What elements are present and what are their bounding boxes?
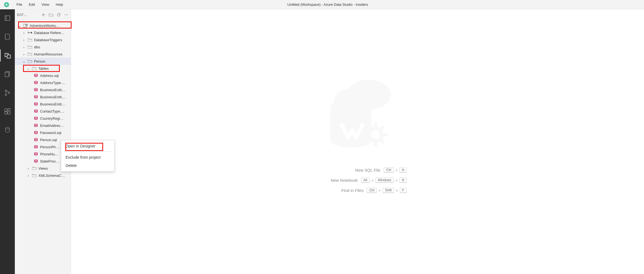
key: N — [399, 167, 407, 173]
svg-point-39 — [371, 130, 380, 139]
menu-row: File Edit View Help — [13, 1, 66, 8]
tree-label: CountryRegi… — [40, 116, 63, 121]
menu-help[interactable]: Help — [52, 1, 66, 8]
explorer-tab-icon[interactable] — [0, 68, 15, 80]
svg-rect-13 — [8, 112, 10, 114]
shortcut-label: Find in Files — [314, 188, 363, 193]
svg-rect-5 — [7, 55, 10, 58]
menu-edit[interactable]: Edit — [26, 1, 38, 8]
panel-header: DAT… — [15, 9, 71, 20]
tree-label: BusinessEntit… — [40, 102, 65, 106]
shortcut-row: Find in FilesCtrl+Shift+F — [308, 188, 407, 193]
database-projects-tab-icon[interactable] — [0, 49, 15, 61]
svg-rect-21 — [28, 32, 29, 33]
tree-label: DatabaseTriggers — [34, 38, 62, 42]
tree-label: AddressType.… — [40, 81, 66, 85]
tree-sqlfile[interactable]: BusinessEntit… — [15, 100, 71, 108]
refresh-icon[interactable] — [57, 13, 61, 17]
sql-db-icon — [33, 95, 38, 99]
notebooks-tab-icon[interactable] — [0, 31, 15, 43]
tree-label: Password.sql — [40, 131, 61, 135]
sql-db-icon — [33, 160, 38, 163]
sql-db-icon — [33, 81, 38, 84]
database-icon[interactable] — [0, 124, 15, 136]
shortcut-row: New SQL FileCtrl+N — [308, 167, 407, 173]
tree-item-tables[interactable]: ⌄ Tables — [15, 65, 71, 72]
svg-point-28 — [35, 110, 38, 111]
tree-label: Views — [38, 166, 48, 170]
key: Ctrl — [367, 188, 377, 193]
tree-item[interactable]: › dbo — [15, 43, 71, 51]
key: Windows — [375, 178, 394, 183]
ctx-delete[interactable]: Delete — [61, 161, 114, 170]
tree-sqlfile[interactable]: BusinessEntit… — [15, 86, 71, 93]
panel-title: DAT… — [17, 13, 39, 17]
svg-point-8 — [5, 90, 7, 91]
titlebar: File Edit View Help Untitled (Workspace)… — [0, 0, 644, 9]
chevron-right-icon: › — [22, 38, 26, 42]
window-title: Untitled (Workspace) - Azure Data Studio… — [66, 2, 644, 7]
tree-sqlfile[interactable]: EmailAddres… — [15, 122, 71, 129]
key: Ctrl — [384, 167, 394, 173]
tree-item-person[interactable]: ⌄ Person — [15, 58, 71, 65]
svg-rect-12 — [5, 112, 7, 114]
sql-db-icon — [33, 131, 38, 134]
app-icon — [0, 2, 13, 8]
source-control-tab-icon[interactable] — [0, 87, 15, 99]
svg-point-23 — [35, 74, 38, 75]
key: Shift — [383, 188, 394, 193]
sql-db-icon — [33, 138, 38, 141]
svg-point-10 — [8, 92, 10, 93]
servers-tab-icon[interactable] — [0, 12, 15, 24]
open-folder-icon[interactable] — [49, 13, 53, 17]
extensions-tab-icon[interactable] — [0, 105, 15, 118]
svg-point-27 — [35, 103, 38, 104]
menu-view[interactable]: View — [38, 1, 52, 8]
svg-point-15 — [5, 127, 9, 129]
svg-rect-1 — [5, 16, 10, 20]
tree-item[interactable]: › HumanResources — [15, 51, 71, 58]
ctx-exclude[interactable]: Exclude from project — [61, 153, 114, 161]
shortcut-row: New NotebookAlt+Windows+N — [308, 178, 407, 183]
tree-label: Database Refere… — [34, 31, 64, 35]
svg-point-30 — [35, 124, 38, 125]
folder-icon — [32, 174, 37, 177]
tree-sqlfile[interactable]: Address.sql — [15, 72, 71, 79]
folder-icon — [27, 52, 32, 56]
tree-sqlfile[interactable]: AddressType.… — [15, 79, 71, 86]
svg-point-18 — [67, 15, 68, 15]
more-icon[interactable] — [64, 13, 69, 17]
sql-db-icon — [33, 88, 38, 91]
key: F — [400, 188, 407, 193]
folder-icon — [32, 67, 37, 70]
menu-file[interactable]: File — [13, 1, 26, 8]
svg-rect-22 — [31, 32, 32, 33]
new-icon[interactable] — [41, 13, 46, 17]
svg-rect-7 — [5, 72, 9, 77]
tree-label: dbo — [34, 45, 40, 49]
sqlproj-icon — [23, 24, 28, 27]
tree-sqlfile[interactable]: ContactType.… — [15, 108, 71, 115]
tree-label: Person.sql — [40, 138, 57, 142]
tree-item[interactable]: › Database Refere… — [15, 29, 71, 36]
sql-db-icon — [33, 110, 38, 113]
sql-db-icon — [33, 117, 38, 120]
svg-point-33 — [35, 146, 38, 147]
tree-sqlfile[interactable]: BusinessEntit… — [15, 93, 71, 100]
ctx-open-designer[interactable]: Open in Designer — [61, 142, 114, 150]
chevron-right-icon: › — [22, 45, 26, 49]
svg-point-34 — [35, 153, 38, 154]
sql-db-icon — [33, 102, 38, 106]
tree-item[interactable]: › XMLSchemaC… — [15, 172, 71, 179]
editor-welcome: New SQL FileCtrl+NNew NotebookAlt+Window… — [71, 9, 644, 274]
tree-root[interactable]: ⌄ AdventureWorks… — [15, 22, 71, 29]
svg-point-9 — [5, 94, 7, 96]
tree-item[interactable]: › DatabaseTriggers — [15, 36, 71, 43]
product-logo-icon — [311, 69, 404, 156]
svg-point-20 — [26, 24, 28, 25]
tree-label: StateProv… — [40, 159, 59, 163]
tree-sqlfile[interactable]: CountryRegi… — [15, 115, 71, 122]
sql-db-icon — [33, 145, 38, 149]
reference-icon — [27, 31, 32, 34]
tree-sqlfile[interactable]: Password.sql — [15, 129, 71, 136]
